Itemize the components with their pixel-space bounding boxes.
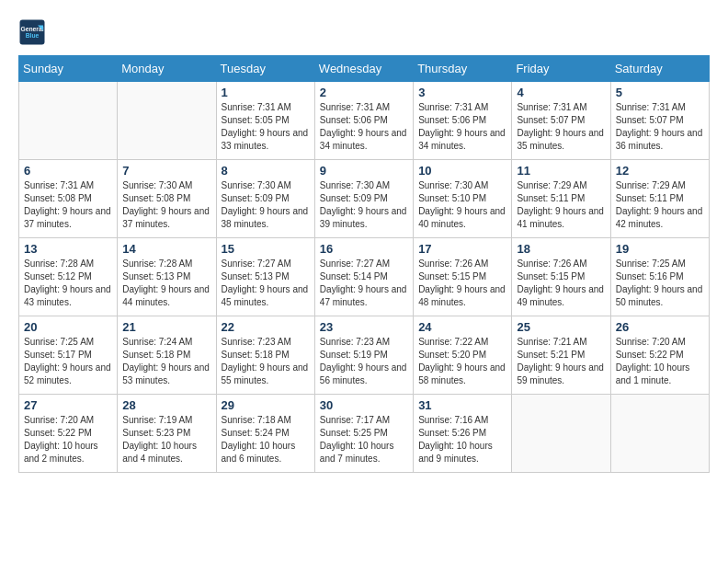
day-info: Sunrise: 7:28 AMSunset: 5:12 PMDaylight:… [24,258,112,309]
day-number: 22 [222,320,310,334]
day-number: 18 [517,242,605,256]
calendar-week-4: 20Sunrise: 7:25 AMSunset: 5:17 PMDayligh… [19,316,710,395]
day-number: 24 [418,320,506,334]
calendar-cell: 7Sunrise: 7:30 AMSunset: 5:08 PMDaylight… [118,160,216,238]
calendar-cell: 21Sunrise: 7:24 AMSunset: 5:18 PMDayligh… [118,316,216,395]
day-number: 20 [24,320,112,334]
day-number: 28 [122,398,210,412]
day-info: Sunrise: 7:30 AMSunset: 5:08 PMDaylight:… [122,179,210,231]
day-number: 29 [222,398,310,412]
day-info: Sunrise: 7:27 AMSunset: 5:13 PMDaylight:… [222,258,310,309]
day-number: 9 [320,164,408,178]
day-info: Sunrise: 7:26 AMSunset: 5:15 PMDaylight:… [517,258,605,309]
calendar-cell: 23Sunrise: 7:23 AMSunset: 5:19 PMDayligh… [314,316,413,395]
day-number: 12 [616,164,704,178]
day-number: 31 [418,398,506,412]
calendar-cell: 6Sunrise: 7:31 AMSunset: 5:08 PMDaylight… [19,160,118,238]
calendar-cell: 12Sunrise: 7:29 AMSunset: 5:11 PMDayligh… [610,160,709,238]
day-info: Sunrise: 7:31 AMSunset: 5:05 PMDaylight:… [222,101,310,153]
calendar-cell: 11Sunrise: 7:29 AMSunset: 5:11 PMDayligh… [512,160,610,238]
day-info: Sunrise: 7:16 AMSunset: 5:26 PMDaylight:… [418,414,506,465]
calendar-cell: 31Sunrise: 7:16 AMSunset: 5:26 PMDayligh… [414,395,512,473]
day-info: Sunrise: 7:20 AMSunset: 5:22 PMDaylight:… [616,336,704,387]
page-header: General Blue [18,18,710,46]
calendar-cell: 14Sunrise: 7:28 AMSunset: 5:13 PMDayligh… [118,238,216,316]
calendar-cell: 16Sunrise: 7:27 AMSunset: 5:14 PMDayligh… [314,238,413,316]
day-number: 26 [616,320,704,334]
day-info: Sunrise: 7:27 AMSunset: 5:14 PMDaylight:… [320,258,408,309]
day-number: 11 [517,164,605,178]
day-info: Sunrise: 7:21 AMSunset: 5:21 PMDaylight:… [517,336,605,387]
svg-text:Blue: Blue [26,32,40,39]
day-info: Sunrise: 7:22 AMSunset: 5:20 PMDaylight:… [418,336,506,387]
day-info: Sunrise: 7:26 AMSunset: 5:15 PMDaylight:… [418,258,506,309]
weekday-header-sunday: Sunday [19,56,118,82]
calendar-week-1: 1Sunrise: 7:31 AMSunset: 5:05 PMDaylight… [19,82,710,160]
weekday-header-thursday: Thursday [414,56,512,82]
weekday-header-tuesday: Tuesday [216,56,314,82]
day-number: 8 [222,164,310,178]
calendar-cell: 30Sunrise: 7:17 AMSunset: 5:25 PMDayligh… [314,395,413,473]
day-info: Sunrise: 7:28 AMSunset: 5:13 PMDaylight:… [122,258,210,309]
day-number: 27 [24,398,112,412]
calendar-cell [118,82,216,160]
day-info: Sunrise: 7:24 AMSunset: 5:18 PMDaylight:… [122,336,210,387]
weekday-header-wednesday: Wednesday [314,56,413,82]
calendar-cell: 27Sunrise: 7:20 AMSunset: 5:22 PMDayligh… [19,395,118,473]
calendar-cell: 28Sunrise: 7:19 AMSunset: 5:23 PMDayligh… [118,395,216,473]
calendar-cell: 2Sunrise: 7:31 AMSunset: 5:06 PMDaylight… [314,82,413,160]
calendar-cell: 17Sunrise: 7:26 AMSunset: 5:15 PMDayligh… [414,238,512,316]
day-info: Sunrise: 7:31 AMSunset: 5:06 PMDaylight:… [418,101,506,153]
calendar-cell: 19Sunrise: 7:25 AMSunset: 5:16 PMDayligh… [610,238,709,316]
day-number: 25 [517,320,605,334]
day-number: 30 [320,398,408,412]
day-info: Sunrise: 7:23 AMSunset: 5:19 PMDaylight:… [320,336,408,387]
logo-icon: General Blue [18,18,46,46]
day-info: Sunrise: 7:29 AMSunset: 5:11 PMDaylight:… [517,179,605,231]
weekday-header-monday: Monday [118,56,216,82]
weekday-header-saturday: Saturday [610,56,709,82]
day-number: 15 [222,242,310,256]
day-number: 23 [320,320,408,334]
calendar-cell: 3Sunrise: 7:31 AMSunset: 5:06 PMDaylight… [414,82,512,160]
calendar-cell: 15Sunrise: 7:27 AMSunset: 5:13 PMDayligh… [216,238,314,316]
day-info: Sunrise: 7:25 AMSunset: 5:17 PMDaylight:… [24,336,112,387]
weekday-header-row: SundayMondayTuesdayWednesdayThursdayFrid… [19,56,710,82]
calendar-cell: 24Sunrise: 7:22 AMSunset: 5:20 PMDayligh… [414,316,512,395]
calendar-cell: 9Sunrise: 7:30 AMSunset: 5:09 PMDaylight… [314,160,413,238]
day-info: Sunrise: 7:19 AMSunset: 5:23 PMDaylight:… [122,414,210,465]
calendar-cell: 10Sunrise: 7:30 AMSunset: 5:10 PMDayligh… [414,160,512,238]
calendar-cell: 1Sunrise: 7:31 AMSunset: 5:05 PMDaylight… [216,82,314,160]
day-info: Sunrise: 7:30 AMSunset: 5:09 PMDaylight:… [222,179,310,231]
day-number: 4 [517,86,605,99]
calendar-cell: 18Sunrise: 7:26 AMSunset: 5:15 PMDayligh… [512,238,610,316]
day-info: Sunrise: 7:17 AMSunset: 5:25 PMDaylight:… [320,414,408,465]
calendar-cell [512,395,610,473]
calendar-cell: 22Sunrise: 7:23 AMSunset: 5:18 PMDayligh… [216,316,314,395]
calendar-cell [19,82,118,160]
calendar-cell [610,395,709,473]
day-info: Sunrise: 7:31 AMSunset: 5:07 PMDaylight:… [616,101,704,153]
calendar-week-5: 27Sunrise: 7:20 AMSunset: 5:22 PMDayligh… [19,395,710,473]
day-info: Sunrise: 7:30 AMSunset: 5:10 PMDaylight:… [418,179,506,231]
calendar-cell: 13Sunrise: 7:28 AMSunset: 5:12 PMDayligh… [19,238,118,316]
calendar-week-3: 13Sunrise: 7:28 AMSunset: 5:12 PMDayligh… [19,238,710,316]
day-info: Sunrise: 7:31 AMSunset: 5:07 PMDaylight:… [517,101,605,153]
day-info: Sunrise: 7:30 AMSunset: 5:09 PMDaylight:… [320,179,408,231]
calendar-cell: 4Sunrise: 7:31 AMSunset: 5:07 PMDaylight… [512,82,610,160]
day-number: 19 [616,242,704,256]
day-number: 13 [24,242,112,256]
calendar-cell: 26Sunrise: 7:20 AMSunset: 5:22 PMDayligh… [610,316,709,395]
day-number: 10 [418,164,506,178]
calendar-cell: 5Sunrise: 7:31 AMSunset: 5:07 PMDaylight… [610,82,709,160]
calendar-cell: 20Sunrise: 7:25 AMSunset: 5:17 PMDayligh… [19,316,118,395]
day-number: 7 [122,164,210,178]
calendar-week-2: 6Sunrise: 7:31 AMSunset: 5:08 PMDaylight… [19,160,710,238]
day-number: 14 [122,242,210,256]
day-info: Sunrise: 7:31 AMSunset: 5:08 PMDaylight:… [24,179,112,231]
day-number: 21 [122,320,210,334]
calendar-cell: 8Sunrise: 7:30 AMSunset: 5:09 PMDaylight… [216,160,314,238]
day-info: Sunrise: 7:31 AMSunset: 5:06 PMDaylight:… [320,101,408,153]
day-info: Sunrise: 7:23 AMSunset: 5:18 PMDaylight:… [222,336,310,387]
day-info: Sunrise: 7:25 AMSunset: 5:16 PMDaylight:… [616,258,704,309]
